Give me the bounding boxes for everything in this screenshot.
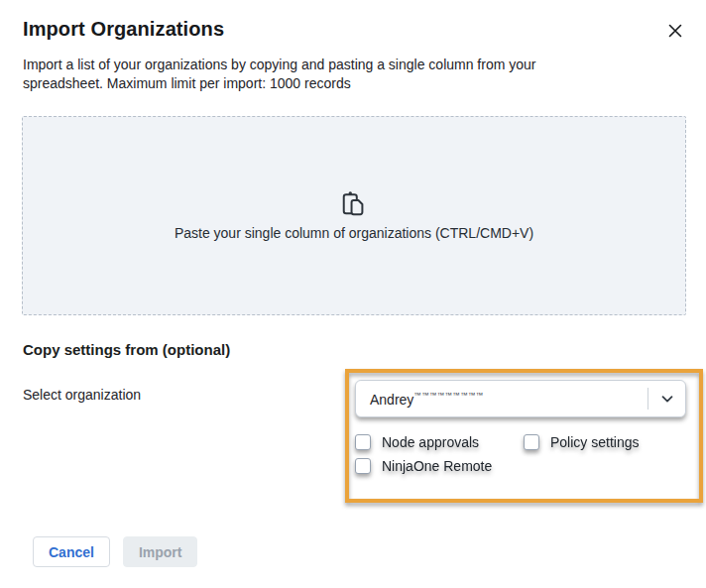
dialog-title: Import Organizations <box>23 18 224 41</box>
close-icon <box>668 24 682 38</box>
dialog-description: Import a list of your organizations by c… <box>23 56 586 93</box>
close-button[interactable] <box>666 22 684 40</box>
checkbox-label: NinjaOne Remote <box>382 458 492 474</box>
select-organization-label: Select organization <box>23 387 141 403</box>
organization-select-suffix: ™™™™™™™™™ <box>413 391 483 400</box>
checkbox-icon[interactable] <box>355 434 371 450</box>
checkbox-ninjaone-remote[interactable]: NinjaOne Remote <box>355 458 524 474</box>
checkbox-label: Policy settings <box>550 434 639 450</box>
import-button[interactable]: Import <box>123 536 198 567</box>
cancel-button[interactable]: Cancel <box>33 536 110 567</box>
dialog-footer: Cancel Import <box>33 536 197 567</box>
checkbox-icon[interactable] <box>355 458 371 474</box>
checkbox-node-approvals[interactable]: Node approvals <box>355 434 524 450</box>
checkbox-policy-settings[interactable]: Policy settings <box>524 434 692 450</box>
copy-settings-heading: Copy settings from (optional) <box>23 341 230 358</box>
organization-select[interactable]: Andrey™™™™™™™™™ <box>355 380 686 417</box>
checkbox-label: Node approvals <box>382 434 479 450</box>
chevron-down-icon <box>658 390 676 408</box>
select-divider <box>647 388 648 410</box>
highlight-annotation-box: Andrey™™™™™™™™™ Node approvals Policy se… <box>345 369 703 503</box>
paste-clipboard-icon <box>340 190 368 218</box>
copy-settings-options: Node approvals Policy settings NinjaOne … <box>355 434 692 474</box>
paste-dropzone[interactable]: Paste your single column of organization… <box>22 116 686 315</box>
import-organizations-dialog: Import Organizations Import a list of yo… <box>0 0 706 588</box>
checkbox-icon[interactable] <box>524 434 539 450</box>
organization-select-value: Andrey™™™™™™™™™ <box>356 391 484 408</box>
paste-caption: Paste your single column of organization… <box>175 225 533 241</box>
